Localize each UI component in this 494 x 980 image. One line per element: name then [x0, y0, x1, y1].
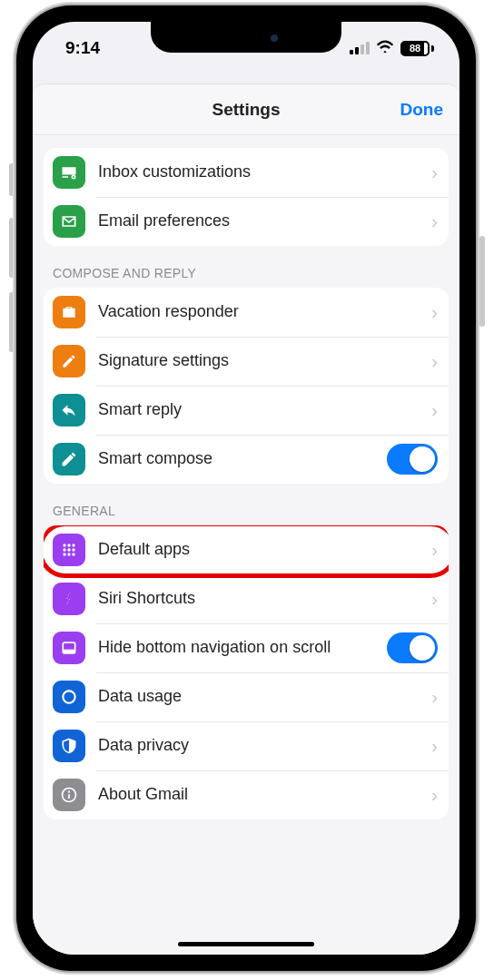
chevron-right-icon: › [431, 400, 438, 421]
shortcut-icon [53, 583, 85, 615]
row-label: Inbox customizations [98, 162, 419, 182]
svg-point-8 [72, 553, 74, 555]
row-smart-reply[interactable]: Smart reply › [44, 386, 449, 435]
row-label: Smart reply [98, 400, 419, 420]
battery-indicator: 88 [400, 41, 434, 56]
cellular-signal-icon [350, 42, 370, 54]
section-header-general: GENERAL [44, 484, 449, 525]
row-hide-bottom-nav[interactable]: Hide bottom navigation on scroll [44, 623, 449, 672]
row-vacation-responder[interactable]: Vacation responder › [44, 288, 449, 337]
chevron-right-icon: › [431, 687, 438, 708]
svg-point-11 [63, 691, 74, 702]
svg-point-0 [63, 544, 65, 546]
inbox-settings-icon [53, 156, 85, 189]
row-data-usage[interactable]: Data usage › [44, 672, 449, 721]
wifi-icon [376, 38, 394, 58]
reply-icon [53, 394, 85, 426]
smart-compose-toggle[interactable] [387, 444, 438, 475]
chevron-right-icon: › [431, 162, 438, 183]
row-signature-settings[interactable]: Signature settings › [44, 337, 449, 386]
svg-point-4 [67, 548, 70, 551]
compose-group: Vacation responder › Signature settings … [44, 288, 449, 484]
row-default-apps[interactable]: Default apps › [44, 525, 449, 574]
row-label: Vacation responder [98, 302, 419, 322]
general-group: Default apps › Siri Shortcuts › [44, 525, 449, 819]
suitcase-icon [53, 296, 85, 328]
svg-point-5 [72, 548, 74, 551]
chevron-right-icon: › [431, 785, 438, 806]
circle-icon [53, 681, 85, 713]
pen-icon [53, 345, 85, 377]
row-smart-compose[interactable]: Smart compose [44, 435, 449, 484]
svg-point-7 [67, 553, 70, 555]
row-label: Data usage [98, 687, 419, 707]
svg-point-2 [72, 544, 74, 546]
row-label: About Gmail [98, 785, 419, 805]
info-icon [53, 779, 85, 811]
nav-bar: Settings Done [33, 84, 459, 135]
settings-sheet: Settings Done Inbox customizations › [33, 83, 459, 955]
svg-rect-10 [63, 650, 74, 653]
pencil-icon [53, 443, 85, 475]
shield-icon [53, 730, 85, 762]
row-inbox-customizations[interactable]: Inbox customizations › [44, 148, 449, 197]
row-label: Hide bottom navigation on scroll [98, 638, 374, 658]
row-data-privacy[interactable]: Data privacy › [44, 721, 449, 770]
done-button[interactable]: Done [400, 100, 444, 120]
notch [151, 22, 341, 53]
nav-icon [53, 632, 85, 664]
row-label: Siri Shortcuts [98, 589, 419, 609]
row-siri-shortcuts[interactable]: Siri Shortcuts › [44, 574, 449, 623]
status-time: 9:14 [65, 38, 100, 58]
chevron-right-icon: › [431, 351, 438, 372]
row-label: Smart compose [98, 449, 374, 469]
page-title: Settings [212, 100, 281, 120]
section-header-compose: COMPOSE AND REPLY [44, 246, 449, 288]
phone-frame: 9:14 88 Settings Done [16, 5, 476, 971]
home-indicator[interactable] [178, 942, 314, 946]
svg-point-6 [63, 553, 65, 555]
email-icon [53, 205, 85, 238]
row-email-preferences[interactable]: Email preferences › [44, 197, 449, 246]
chevron-right-icon: › [431, 736, 438, 757]
hide-nav-toggle[interactable] [387, 632, 438, 663]
svg-rect-14 [68, 794, 70, 799]
row-label: Email preferences [98, 211, 419, 231]
svg-point-1 [67, 544, 70, 546]
chevron-right-icon: › [431, 302, 438, 323]
inbox-group: Inbox customizations › Email preferences… [44, 148, 449, 246]
row-label: Default apps [98, 540, 419, 560]
svg-point-13 [68, 791, 70, 793]
screen: 9:14 88 Settings Done [33, 22, 459, 955]
chevron-right-icon: › [431, 589, 438, 610]
row-about-gmail[interactable]: About Gmail › [44, 770, 449, 819]
chevron-right-icon: › [431, 211, 438, 232]
row-label: Signature settings [98, 351, 419, 371]
row-label: Data privacy [98, 736, 419, 756]
chevron-right-icon: › [431, 540, 438, 561]
grid-icon [53, 534, 85, 566]
svg-point-3 [63, 548, 65, 551]
